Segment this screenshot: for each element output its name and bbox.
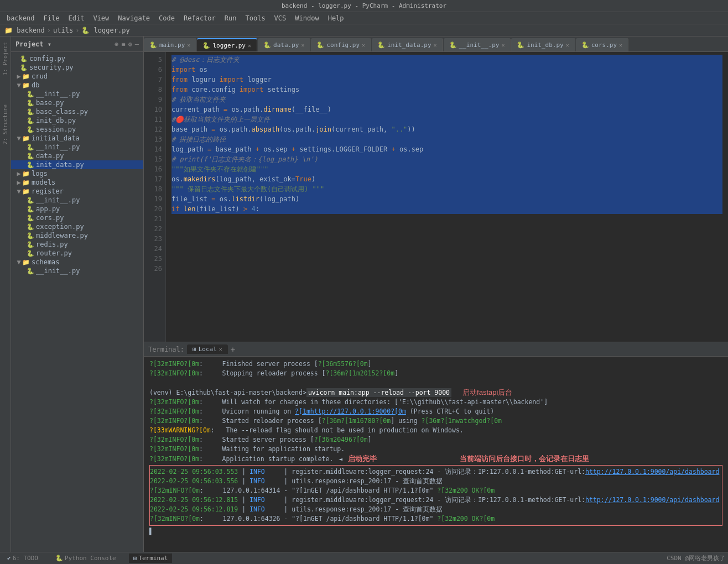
tree-item-register[interactable]: ▼ 📁 register bbox=[11, 187, 143, 196]
tab-close[interactable]: ✕ bbox=[362, 42, 365, 48]
tree-item-security[interactable]: 🐍 security.py bbox=[11, 63, 143, 72]
py-file-icon: 🐍 bbox=[27, 126, 34, 133]
tree-item-redis[interactable]: 🐍 redis.py bbox=[11, 240, 143, 249]
tab-main-py[interactable]: 🐍 main.py ✕ bbox=[144, 38, 196, 51]
menu-view[interactable]: View bbox=[89, 13, 113, 23]
tab-close[interactable]: ✕ bbox=[301, 42, 304, 48]
menu-edit[interactable]: Edit bbox=[64, 13, 88, 23]
tab-init-py[interactable]: 🐍 __init__.py ✕ bbox=[444, 38, 511, 51]
menu-window[interactable]: Window bbox=[291, 13, 323, 23]
menu-tools[interactable]: Tools bbox=[241, 13, 269, 23]
tree-item-schemas-init[interactable]: 🐍 __init__.py bbox=[11, 267, 143, 275]
tree-item-label: init_data.py bbox=[36, 161, 84, 169]
code-line: if len(file_list) > 4: bbox=[171, 204, 722, 214]
line-num: 25 bbox=[144, 254, 162, 264]
terminal-output[interactable]: ?[32mINFO?[0m: Finished server process [… bbox=[144, 357, 728, 552]
watermark: CSDN @网络老男孩了 bbox=[667, 554, 725, 562]
breadcrumb-utils[interactable]: utils bbox=[53, 27, 73, 34]
structure-tab-label[interactable]: 2: Structure bbox=[1, 102, 9, 147]
tree-item-label: db bbox=[32, 81, 39, 89]
tree-item-initial-data[interactable]: ▼ 📁 initial_data bbox=[11, 134, 143, 143]
tab-init-db-py[interactable]: 🐍 init_db.py ✕ bbox=[511, 38, 575, 51]
python-console-label: Python Console bbox=[65, 555, 116, 562]
tab-close[interactable]: ✕ bbox=[187, 42, 190, 48]
collapse-icon[interactable]: ≡ bbox=[121, 40, 125, 48]
tab-icon: 🐍 bbox=[263, 41, 271, 49]
tree-item-label: initial_data bbox=[32, 134, 80, 142]
tree-item-db[interactable]: ▼ 📁 db bbox=[11, 81, 143, 90]
tree-item-init-py2[interactable]: 🐍 __init__.py bbox=[11, 143, 143, 152]
locate-icon[interactable]: ⊕ bbox=[115, 40, 118, 48]
menu-refactor[interactable]: Refactor bbox=[180, 13, 220, 23]
tree-item-models[interactable]: ▶ 📁 models bbox=[11, 178, 143, 187]
term-line: ?[32mINFO?[0m: Started reloader process … bbox=[149, 416, 722, 426]
tab-data-py[interactable]: 🐍 data.py ✕ bbox=[258, 38, 310, 51]
tab-label: __init__.py bbox=[459, 41, 500, 49]
terminal-tab-local[interactable]: ⊞ Local ✕ bbox=[187, 344, 228, 354]
minimize-icon[interactable]: — bbox=[135, 40, 139, 48]
status-tab-todo[interactable]: ✔ 6: TODO bbox=[3, 553, 43, 563]
settings-icon[interactable]: ⚙ bbox=[128, 40, 132, 48]
tab-cors-py[interactable]: 🐍 cors.py ✕ bbox=[576, 38, 628, 51]
terminal-tab-close[interactable]: ✕ bbox=[219, 346, 222, 352]
line-num: 20 bbox=[144, 204, 162, 214]
tree-item-schemas[interactable]: ▼ 📁 schemas bbox=[11, 258, 143, 267]
tab-init-data-py[interactable]: 🐍 init_data.py ✕ bbox=[372, 38, 443, 51]
tree-item-config[interactable]: 🐍 config.py bbox=[11, 54, 143, 63]
py-file-icon: 🐍 bbox=[27, 108, 34, 116]
code-line: base_path = os.path.abspath(os.path.join… bbox=[171, 124, 722, 134]
menu-backend[interactable]: backend bbox=[3, 13, 39, 23]
status-tab-terminal[interactable]: ⊞ Terminal bbox=[129, 553, 173, 563]
tree-item-session[interactable]: 🐍 session.py bbox=[11, 125, 143, 134]
terminal-add-button[interactable]: + bbox=[231, 345, 235, 354]
status-tab-python-console[interactable]: 🐍 Python Console bbox=[51, 553, 121, 563]
expand-arrow: ▼ bbox=[15, 187, 22, 195]
tree-item-label: data.py bbox=[36, 152, 64, 160]
py-file-icon: 🐍 bbox=[27, 215, 34, 222]
tree-item-label: models bbox=[32, 179, 55, 186]
code-line: current_path = os.path.dirname(__file__) bbox=[171, 105, 722, 114]
tab-close[interactable]: ✕ bbox=[434, 42, 437, 48]
status-right: CSDN @网络老男孩了 bbox=[667, 554, 725, 562]
project-tab-label[interactable]: 1: Project bbox=[1, 39, 9, 78]
tree-item-router[interactable]: 🐍 router.py bbox=[11, 249, 143, 258]
breadcrumb-file[interactable]: 🐍 logger.py bbox=[81, 27, 129, 34]
project-panel-title: Project ▾ bbox=[15, 40, 51, 48]
menu-navigate[interactable]: Navigate bbox=[114, 13, 154, 23]
tree-item-label: crud bbox=[32, 72, 48, 80]
folder-icon: 📁 bbox=[22, 82, 30, 89]
tab-close[interactable]: ✕ bbox=[501, 42, 505, 48]
tree-item-init-db[interactable]: 🐍 init_db.py bbox=[11, 116, 143, 125]
menu-code[interactable]: Code bbox=[155, 13, 179, 23]
tree-item-init-data[interactable]: 🐍 init_data.py bbox=[11, 160, 143, 169]
breadcrumb-backend[interactable]: 📁 backend bbox=[4, 27, 45, 34]
tree-item-middleware[interactable]: 🐍 middleware.py bbox=[11, 231, 143, 240]
tree-item-cors[interactable]: 🐍 cors.py bbox=[11, 213, 143, 222]
tab-close[interactable]: ✕ bbox=[566, 42, 569, 48]
tree-item-crud[interactable]: ▶ 📁 crud bbox=[11, 72, 143, 81]
term-complete-line: ?[32mINFO?[0m: Application startup compl… bbox=[149, 454, 722, 464]
tree-item-reg-init[interactable]: 🐍 __init__.py bbox=[11, 196, 143, 205]
tree-item-data[interactable]: 🐍 data.py bbox=[11, 152, 143, 160]
menu-run[interactable]: Run bbox=[221, 13, 241, 23]
tree-item-base-class[interactable]: 🐍 base_class.py bbox=[11, 107, 143, 116]
menu-help[interactable]: Help bbox=[324, 13, 348, 23]
tree-item-label: exception.py bbox=[36, 223, 84, 231]
code-editor[interactable]: 5 6 7 8 9 10 11 12 13 14 15 16 17 18 19 … bbox=[144, 52, 728, 342]
code-content[interactable]: # @desc：日志文件夹 import os from loguru impo… bbox=[166, 52, 728, 342]
line-num: 23 bbox=[144, 234, 162, 244]
breadcrumb-sep2: › bbox=[75, 27, 79, 34]
tree-item-init-py[interactable]: 🐍 __init__.py bbox=[11, 90, 143, 98]
tab-logger-py[interactable]: 🐍 logger.py ✕ bbox=[197, 38, 257, 51]
tab-config-py[interactable]: 🐍 config.py ✕ bbox=[311, 38, 371, 51]
tree-item-logs[interactable]: ▶ 📁 logs bbox=[11, 169, 143, 178]
tree-item-base[interactable]: 🐍 base.py bbox=[11, 98, 143, 107]
tree-item-app[interactable]: 🐍 app.py bbox=[11, 205, 143, 213]
terminal-icon: ⊞ bbox=[133, 555, 137, 562]
tab-close[interactable]: ✕ bbox=[619, 42, 622, 48]
menu-vcs[interactable]: VCS bbox=[271, 13, 290, 23]
bottom-terminal-section: Terminal: ⊞ Local ✕ + ?[32mINFO?[0m: Fin… bbox=[144, 342, 728, 552]
tree-item-exception[interactable]: 🐍 exception.py bbox=[11, 222, 143, 231]
menu-file[interactable]: File bbox=[40, 13, 64, 23]
tab-close[interactable]: ✕ bbox=[248, 43, 251, 49]
